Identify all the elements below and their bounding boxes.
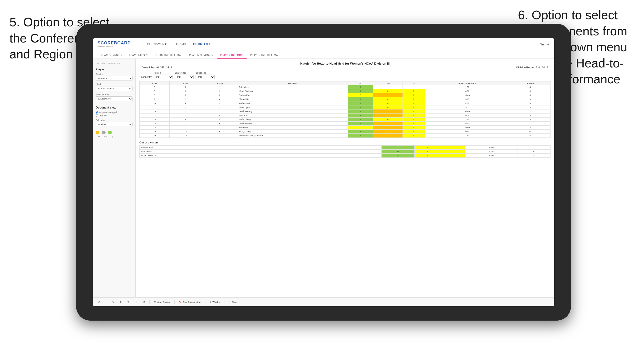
sub-nav-team-h2h-grid[interactable]: TEAM H2H GRID [126,52,153,59]
nav-teams[interactable]: TEAMS [176,42,186,46]
share-button[interactable]: ⬆ Share [228,300,239,304]
cell-div: 18 [140,126,170,130]
cell-win: 1 [348,89,373,93]
cell-tie: 0 [402,89,425,93]
cell-diff: 0.38 [425,114,510,118]
cell-rounds: 4 [510,118,550,122]
cell-opponent: Esther Lee [238,85,348,89]
cell-loss [373,85,402,89]
cell-win: 0 [348,126,373,130]
label-level: Level [103,135,107,138]
th-loss: Loss [373,81,402,85]
table-row: 11 2 5 Heejo Hyun 1 0 0 3.33 3 [140,105,550,110]
th-rounds: Rounds [510,81,550,85]
sidebar: Last Updated: 27/03/2024 04 Player Gende… [93,59,136,297]
top-nav: SCOREBOARD Powered by clippd TOURNAMENTS… [93,38,554,50]
clock-button[interactable]: ⏱ [142,300,146,304]
step-back-button[interactable]: ⟨ [104,300,108,304]
sub-nav-player-h2h-grid[interactable]: PLAYER H2H GRID [217,52,247,59]
th-diff: Diff Av Strokes/Rnd [425,81,510,85]
sub-nav-player-summary[interactable]: PLAYER SUMMARY [186,52,217,59]
cell-rounds: 3 [510,89,550,93]
opponent-view-title: Opponent view [96,106,132,109]
cell-loss: 1 [373,93,402,97]
cell-reg: 3 [170,93,202,97]
paste-button[interactable]: 📋 [133,300,139,304]
sub-nav-player-h2h-heatmap[interactable]: PLAYER H2H HEATMAP [247,52,283,59]
grid-records: Overall Record: 353 - 34 - 6 Division Re… [140,66,550,69]
cell-diff: 4.00 [425,101,510,105]
cell-loss: 3 [373,126,402,130]
cell-win: 1 [348,85,373,89]
table-row: 19 10 6 Emily Chang 4 1 0 0.30 11 [140,130,550,134]
cell-win: 2 [348,101,373,105]
gender-label: Gender [96,73,132,75]
nav-committee[interactable]: COMMITTEE [193,42,212,46]
sign-out-link[interactable]: Sign out [540,43,550,46]
cell-tie: 0 [402,110,425,114]
cell-tie: 0 [402,93,425,97]
cell-rounds: 9 [510,114,550,118]
top-100-radio[interactable]: Top 100 [96,114,132,117]
cell-tie: 0 [402,118,425,122]
cell-tie: 0 [402,130,425,134]
cell-reg: 1 [170,97,202,101]
sub-nav-team-summary[interactable]: TEAM SUMMARY [98,52,126,59]
cell-reg: 6 [170,101,202,105]
bookmark-icon: 🔖 [179,301,182,303]
table-row: 20 11 7 Federica Domecq Lacroze 2 1 0 1.… [140,134,550,138]
save-custom-view-button[interactable]: 🔖 Save Custom View [178,300,202,304]
gender-select[interactable]: Women's [96,76,132,81]
cell-diff: 3.33 [425,105,510,110]
cell-rounds: 3 [510,105,550,110]
cell-opponent: Sharon Mun [238,97,348,101]
cell-opponent: Jessica Mason [238,122,348,126]
ood-cell-name: Foreign Team [140,146,382,150]
main-content: Last Updated: 27/03/2024 04 Player Gende… [93,59,554,297]
view-original-label: View: Original [157,301,170,303]
region-filter-select[interactable]: (All) [154,75,173,79]
cell-div: 19 [140,130,170,134]
bottom-toolbar: ↺ ⟨ ↻ ⚙ ⧉ 📋 ⏱ 👁 View: Original 🔖 Save Cu… [93,297,554,306]
cell-diff: 3.67 [425,97,510,101]
th-tie: Tie [402,81,425,85]
player-rank-select[interactable]: 6. Katelyn Vo [96,96,132,101]
cell-rounds: 7 [510,122,550,126]
cell-div: 16 [140,122,170,126]
cell-win: 1 [348,97,373,101]
cell-reg: 7 [170,114,202,118]
label-down: Down [96,135,100,138]
table-header-row: # Div # Reg # Conf Opponent Win Loss Tie… [140,81,550,85]
cell-tie [402,85,425,89]
cell-win: 1 [348,110,373,114]
opponent-played-radio[interactable]: Opponents Played [96,111,132,114]
undo-button[interactable]: ↺ [96,300,101,304]
tablet-screen: SCOREBOARD Powered by clippd TOURNAMENTS… [93,38,554,306]
nav-tournaments[interactable]: TOURNAMENTS [145,42,168,46]
watch-button[interactable]: 👁 Watch ▾ [208,300,222,304]
cell-reg: 8 [170,118,202,122]
ood-cell-win: 5 [382,154,415,158]
ood-cell-win: 1 [382,146,415,150]
cell-rounds: 2 [510,110,550,114]
settings-button[interactable]: ⚙ [118,300,123,304]
sub-nav-team-h2h-heatmap[interactable]: TEAM H2H HEATMAP [153,52,186,59]
toolbar-sep-1 [150,300,150,304]
conference-filter-select[interactable]: (All) [174,75,194,79]
view-original-button[interactable]: 👁 View: Original [152,300,172,304]
colour-by-select[interactable]: Win/loss [96,122,132,127]
cell-tie: 0 [402,134,425,138]
cell-rounds: 2 [510,126,550,130]
redo-button[interactable]: ↻ [111,300,116,304]
division-select[interactable]: NCAA Division III [96,86,132,91]
ood-cell-tie: 0 [440,146,465,150]
cell-div: 20 [140,134,170,138]
cell-tie: 0 [402,105,425,110]
opponent-filter-select[interactable]: (All) [196,75,214,79]
sub-nav: TEAM SUMMARY TEAM H2H GRID TEAM H2H HEAT… [93,50,554,59]
cell-opponent: Alexis Sudjianto [238,89,348,93]
th-div: # Div [140,81,170,85]
ood-cell-rounds: 30 [518,150,550,154]
copy-button[interactable]: ⧉ [126,300,130,304]
eye-icon: 👁 [154,301,156,303]
